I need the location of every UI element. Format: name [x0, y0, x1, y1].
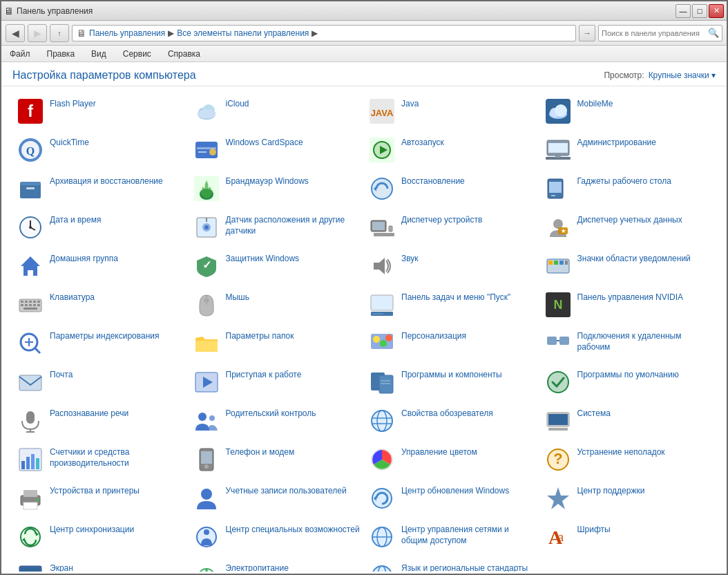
control-item-windows-cardspace[interactable]: Windows CardSpace	[189, 131, 365, 169]
control-item-yazyk[interactable]: Язык и региональные стандарты	[364, 556, 540, 572]
control-item-raspoznavanie[interactable]: Распознавание речи	[12, 402, 189, 440]
breadcrumb-current[interactable]: Все элементы панели управления	[177, 28, 309, 38]
up-button[interactable]: ↑	[50, 24, 69, 42]
control-item-flash-player[interactable]: fFlash Player	[12, 92, 189, 131]
control-item-programmy-umolch[interactable]: Программы по умолчанию	[540, 363, 716, 402]
control-item-java[interactable]: JAVAJava	[364, 92, 540, 131]
control-item-centr-seti[interactable]: Центр управления сетями и общим доступом	[364, 518, 540, 556]
label-gadzhety: Гаджеты рабочего стола	[577, 175, 671, 187]
items-grid: fFlash PlayeriCloudJAVAJavaMobileMeQQuic…	[12, 92, 716, 572]
control-item-brandmauer[interactable]: Брандмауэр Windows	[189, 169, 365, 208]
control-item-centr-podderzhki[interactable]: Центр поддержки	[540, 479, 716, 518]
svg-rect-64	[29, 301, 32, 303]
svg-rect-108	[548, 414, 568, 425]
control-item-panel-zadach[interactable]: Панель задач и меню "Пуск"	[364, 285, 540, 324]
control-item-svoystva-obozr[interactable]: Свойства обозревателя	[364, 402, 540, 440]
control-item-datchik[interactable]: Датчик расположения и другие датчики	[189, 208, 365, 247]
icon-icloud	[193, 97, 220, 125]
control-item-centr-obnovleniya[interactable]: Центр обновления Windows	[364, 479, 540, 518]
back-button[interactable]: ◀	[6, 24, 25, 42]
svg-point-102	[209, 415, 215, 421]
control-item-zvuk[interactable]: Звук	[364, 247, 540, 285]
menu-help[interactable]: Справка	[165, 48, 203, 60]
forward-button[interactable]: ▶	[28, 24, 47, 42]
control-item-programmy-komponenty[interactable]: Программы и компоненты	[364, 363, 540, 402]
maximize-button[interactable]: □	[692, 4, 707, 18]
control-item-personalizaciya[interactable]: Персонализация	[364, 324, 540, 363]
svg-rect-109	[548, 428, 568, 431]
control-item-podklyucheniya[interactable]: Подключения к удаленным рабочим	[540, 324, 716, 363]
icon-zashchitnik: ✓	[193, 252, 220, 280]
control-item-pochta[interactable]: Почта	[12, 363, 189, 402]
control-item-zashchitnik[interactable]: ✓Защитник Windows	[189, 247, 365, 285]
menu-view[interactable]: Вид	[88, 48, 109, 60]
control-item-sistema[interactable]: Система	[540, 402, 716, 440]
icon-programmy-umolch	[544, 368, 572, 396]
control-item-centr-sinkh[interactable]: Центр синхронизации	[12, 518, 189, 556]
control-item-vosstanovlenie[interactable]: Восстановление	[364, 169, 540, 208]
control-item-pristupaya[interactable]: Приступая к работе	[189, 363, 365, 402]
view-option-dropdown[interactable]: Крупные значки ▾	[649, 70, 716, 80]
control-item-klaviatura[interactable]: Клавиатура	[12, 285, 189, 324]
control-item-data-vremya[interactable]: Дата и время	[12, 208, 189, 247]
close-button[interactable]: ✕	[709, 4, 724, 18]
control-item-ustroystva-printery[interactable]: Устройства и принтеры	[12, 479, 189, 518]
label-yazyk: Язык и региональные стандарты	[401, 562, 528, 572]
breadcrumb-sep: ▶	[168, 28, 174, 38]
svg-rect-98	[26, 411, 35, 424]
control-item-rodit-kontrol[interactable]: Родительский контроль	[189, 402, 365, 440]
control-item-dispetcher-uch[interactable]: ★Диспетчер учетных данных	[540, 208, 716, 247]
svg-point-40	[29, 226, 32, 229]
icon-yazyk	[368, 562, 396, 572]
svg-point-49	[553, 219, 563, 229]
svg-point-85	[373, 336, 380, 343]
label-schetchiki: Счетчики и средства производительности	[50, 446, 184, 469]
content-area[interactable]: fFlash PlayeriCloudJAVAJavaMobileMeQQuic…	[1, 86, 727, 572]
icon-avtozapusk	[368, 136, 396, 164]
control-item-mysh[interactable]: Мышь	[189, 285, 365, 324]
control-item-upravlenie-cvetom[interactable]: Управление цветом	[364, 440, 540, 479]
control-item-parametry-ind[interactable]: Параметры индексирования	[12, 324, 189, 363]
control-item-shrifty[interactable]: AaШрифты	[540, 518, 716, 556]
control-item-uch-zapisi[interactable]: Учетные записи пользователей	[189, 479, 365, 518]
svg-point-145	[372, 566, 392, 572]
control-item-parametry-papok[interactable]: Параметры папок	[189, 324, 365, 363]
svg-rect-94	[379, 375, 393, 393]
svg-rect-35	[551, 195, 555, 196]
minimize-button[interactable]: —	[676, 4, 691, 18]
control-item-ekran[interactable]: Экран	[12, 556, 189, 572]
svg-point-11	[555, 104, 567, 117]
svg-rect-59	[559, 261, 564, 265]
control-item-gadzhety[interactable]: Гаджеты рабочего стола	[540, 169, 716, 208]
control-item-administrirovanie[interactable]: Администрирование	[540, 131, 716, 169]
control-item-avtozapusk[interactable]: Автозапуск	[364, 131, 540, 169]
menu-edit[interactable]: Правка	[44, 48, 78, 60]
menu-service[interactable]: Сервис	[120, 48, 154, 60]
label-svoystva-obozr: Свойства обозревателя	[401, 407, 493, 420]
control-item-dispetcher-ustroystv[interactable]: Диспетчер устройств	[364, 208, 540, 247]
icon-mysh	[193, 291, 220, 319]
control-item-quicktime[interactable]: QQuickTime	[12, 131, 189, 169]
control-item-znachki[interactable]: Значки области уведомлений	[540, 247, 716, 285]
control-item-domashnyaya[interactable]: Домашняя группа	[12, 247, 189, 285]
address-field[interactable]: 🖥 Панель управления ▶ Все элементы панел…	[72, 25, 576, 41]
svg-rect-140	[21, 567, 40, 572]
control-item-telefon[interactable]: Телефон и модем	[189, 440, 365, 479]
svg-rect-114	[36, 458, 39, 469]
control-item-panel-nvidia[interactable]: NПанель управления NVIDIA	[540, 285, 716, 324]
control-item-elektropitanie[interactable]: Электропитание	[189, 556, 365, 572]
control-item-mobileme[interactable]: MobileMe	[540, 92, 716, 131]
label-administrirovanie: Администрирование	[577, 136, 656, 149]
label-vosstanovlenie: Восстановление	[401, 175, 465, 187]
refresh-button[interactable]: →	[579, 25, 595, 41]
svg-rect-23	[548, 143, 568, 153]
search-box[interactable]: 🔍	[598, 25, 722, 41]
breadcrumb-home[interactable]: Панель управления	[89, 28, 165, 38]
control-item-arkhivaciya[interactable]: Архивация и восстановление	[12, 169, 189, 208]
search-input[interactable]	[602, 29, 705, 37]
control-item-icloud[interactable]: iCloud	[189, 92, 365, 131]
control-item-schetchiki[interactable]: Счетчики и средства производительности	[12, 440, 189, 479]
menu-file[interactable]: Файл	[7, 48, 33, 60]
control-item-ustranenie[interactable]: ?Устранение неполадок	[540, 440, 716, 479]
control-item-centr-spec[interactable]: Центр специальных возможностей	[189, 518, 365, 556]
